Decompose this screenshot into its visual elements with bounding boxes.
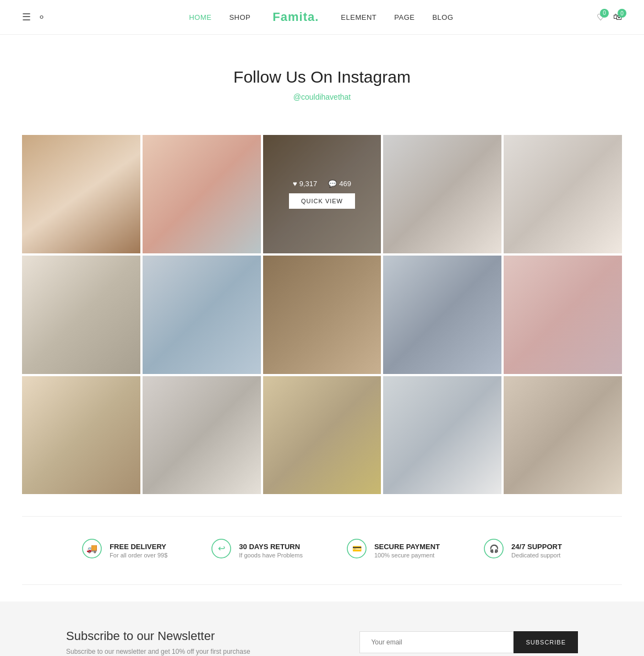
feature-payment-text: SECURE PAYMENT 100% secure payment [374,543,440,559]
feature-support-text: 24/7 SUPPORT Dedicated support [511,543,562,559]
quick-view-button-3[interactable]: QUICK VIEW [289,193,355,209]
svg-text:💳: 💳 [352,544,362,554]
nav-item-home[interactable]: HOME [189,12,211,22]
feature-delivery-title: FREE DELIVERY [110,543,167,551]
brand-logo[interactable]: Famita. [272,10,319,24]
svg-text:🚚: 🚚 [86,543,97,554]
feature-return-desc: If goods have Problems [239,552,303,559]
feature-support-desc: Dedicated support [511,552,562,559]
delivery-icon: 🚚 [82,539,102,562]
instagram-item-12[interactable]: ♥ 7,654💬 289 QUICK VIEW [143,376,261,495]
instagram-item-5[interactable]: ♥ 6,891 💬 178 QUICK VIEW [504,135,622,253]
svg-text:↩: ↩ [218,544,225,553]
nav-link-shop[interactable]: SHOP [229,13,250,21]
newsletter-text: Subscribe to our Newsletter Subscribe to… [66,629,250,655]
instagram-grid: ♥ 9,317 💬 469 QUICK VIEW ♥ 8,241 💬 312 Q… [0,118,644,511]
navigation: ☰ ⚬ HOME SHOP Famita. ELEMENT PAGE BLOG … [0,0,644,35]
newsletter-email-input[interactable] [359,631,514,653]
feature-delivery-text: FREE DELIVERY For all order over 99$ [110,543,167,559]
search-icon[interactable]: ⚬ [37,11,46,23]
nav-right: ♡ 0 🛍 0 [597,12,622,23]
overlay-3: ♥ 9,317 💬 469 QUICK VIEW [263,135,381,253]
likes-3: ♥ 9,317 [293,180,317,188]
instagram-item-3[interactable]: ♥ 9,317 💬 469 QUICK VIEW [263,135,381,253]
instagram-heading: Follow Us On Instagram [22,68,622,86]
nav-left: ☰ ⚬ [22,11,46,23]
wishlist-badge: 0 [600,9,609,18]
nav-item-element[interactable]: ELEMENT [341,12,376,22]
newsletter-form: SUBSCRIBE [359,631,578,653]
instagram-item-14[interactable]: ♥ 6,543💬 212 QUICK VIEW [383,376,501,495]
feature-return: ↩ 30 DAYS RETURN If goods have Problems [211,539,303,562]
feature-support: 🎧 24/7 SUPPORT Dedicated support [484,539,562,562]
svg-text:🎧: 🎧 [489,544,499,554]
newsletter-heading: Subscribe to our Newsletter [66,629,250,643]
feature-delivery-desc: For all order over 99$ [110,552,167,559]
instagram-section: Follow Us On Instagram @couldihavethat [0,35,644,118]
feature-payment-title: SECURE PAYMENT [374,543,440,551]
feature-support-title: 24/7 SUPPORT [511,543,562,551]
feature-return-text: 30 DAYS RETURN If goods have Problems [239,543,303,559]
feature-return-title: 30 DAYS RETURN [239,543,303,551]
nav-links-right: ELEMENT PAGE BLOG [341,12,453,22]
instagram-item-8[interactable]: ♥ 6,231💬 224 QUICK VIEW [263,256,381,374]
newsletter-subscribe-button[interactable]: SUBSCRIBE [514,631,578,653]
instagram-item-2[interactable]: ♥ 8,241 💬 312 QUICK VIEW [143,135,261,253]
return-icon: ↩ [211,539,231,562]
features-bar: 🚚 FREE DELIVERY For all order over 99$ ↩… [22,516,622,585]
nav-item-blog[interactable]: BLOG [432,12,453,22]
nav-item-page[interactable]: PAGE [394,12,414,22]
brand-text: Famita [272,10,315,24]
support-icon: 🎧 [484,539,504,562]
instagram-item-7[interactable]: ♥ 4,789💬 132 QUICK VIEW [143,256,261,374]
newsletter-section: Subscribe to our Newsletter Subscribe to… [0,601,644,656]
instagram-item-6[interactable]: ♥ 5,432💬 145 QUICK VIEW [22,256,140,374]
instagram-item-4[interactable]: ♥ 7,124 💬 203 QUICK VIEW [383,135,501,253]
nav-link-element[interactable]: ELEMENT [341,13,376,21]
nav-item-shop[interactable]: SHOP [229,12,250,22]
wishlist-icon[interactable]: ♡ 0 [597,12,604,23]
nav-center: HOME SHOP Famita. ELEMENT PAGE BLOG [189,10,453,24]
hamburger-icon[interactable]: ☰ [22,11,31,23]
nav-links: HOME SHOP [189,12,250,22]
payment-icon: 💳 [347,539,367,562]
feature-payment-desc: 100% secure payment [374,552,440,559]
instagram-item-13[interactable]: ♥ 8,901💬 334 QUICK VIEW [263,376,381,495]
instagram-item-9[interactable]: ♥ 3,567💬 98 QUICK VIEW [383,256,501,374]
nav-link-page[interactable]: PAGE [394,13,414,21]
brand-dot: . [315,10,319,24]
cart-badge: 0 [618,9,626,18]
instagram-item-10[interactable]: ♥ 5,112💬 187 QUICK VIEW [504,256,622,374]
overlay-stats-3: ♥ 9,317 💬 469 [293,180,351,188]
instagram-item-1[interactable]: ♥ 9,317 💬 469 QUICK VIEW [22,135,140,253]
feature-delivery: 🚚 FREE DELIVERY For all order over 99$ [82,539,167,562]
cart-icon[interactable]: 🛍 0 [613,12,622,22]
feature-payment: 💳 SECURE PAYMENT 100% secure payment [347,539,440,562]
comments-3: 💬 469 [328,180,351,188]
nav-link-home[interactable]: HOME [189,13,211,21]
nav-link-blog[interactable]: BLOG [432,13,453,21]
instagram-handle[interactable]: @couldihavethat [293,93,351,101]
instagram-item-15[interactable]: ♥ 5,678💬 198 QUICK VIEW [504,376,622,495]
newsletter-subtext: Subscribe to our newsletter and get 10% … [66,648,250,655]
instagram-item-11[interactable]: ♥ 4,321💬 156 QUICK VIEW [22,376,140,495]
